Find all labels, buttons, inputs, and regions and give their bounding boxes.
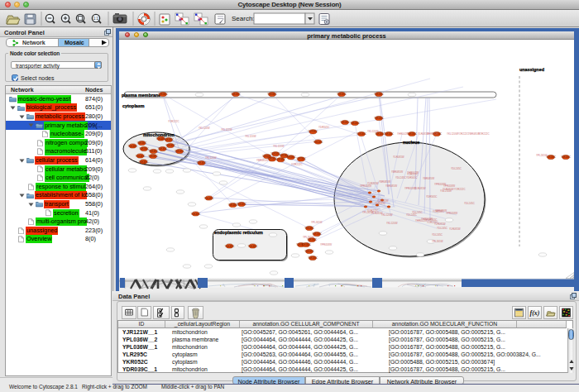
svg-text:YDR345C: YDR345C [546, 155, 556, 159]
svg-text:mitochondrion: mitochondrion [143, 132, 175, 137]
svg-text:YHR002W: YHR002W [407, 171, 419, 174]
svg-text:YDL245C: YDL245C [432, 233, 443, 237]
svg-text:YPR058W: YPR058W [320, 243, 332, 246]
svg-text:YDR345C: YDR345C [286, 155, 296, 159]
svg-text:YDR345C: YDR345C [158, 147, 168, 151]
svg-text:YLR081W: YLR081W [367, 182, 379, 185]
svg-text:YLR081W: YLR081W [434, 222, 446, 226]
svg-text:YDR345C: YDR345C [267, 93, 277, 96]
svg-text:YDR345C: YDR345C [356, 132, 366, 136]
svg-text:YDR345C: YDR345C [308, 256, 318, 260]
svg-text:YKL120W: YKL120W [245, 135, 256, 138]
svg-text:YBR085W: YBR085W [423, 177, 434, 180]
svg-text:endoplasmic reticulum: endoplasmic reticulum [214, 230, 263, 235]
svg-text:YHR002W: YHR002W [397, 132, 409, 136]
svg-text:YDR345C: YDR345C [204, 197, 214, 200]
svg-text:f(x): f(x) [530, 309, 540, 317]
svg-text:YKL120W: YKL120W [205, 156, 217, 160]
svg-text:YKL120W: YKL120W [199, 127, 210, 130]
svg-text:YBR085W: YBR085W [391, 170, 403, 174]
svg-text:YDR345C: YDR345C [340, 121, 350, 124]
svg-text:YDR345C: YDR345C [275, 158, 285, 161]
svg-text:YDR345C: YDR345C [309, 130, 318, 133]
svg-text:YKL120W: YKL120W [447, 132, 458, 136]
svg-text:YLR081W: YLR081W [449, 227, 461, 231]
svg-text:YDR345C: YDR345C [137, 141, 147, 145]
svg-text:Search:: Search: [232, 15, 255, 22]
svg-text:YDR345C: YDR345C [128, 145, 138, 148]
svg-text:YOR222C: YOR222C [433, 210, 445, 213]
svg-text:YPL265W: YPL265W [432, 240, 443, 243]
svg-text:YDR345C: YDR345C [296, 157, 306, 160]
svg-text:YDR345C: YDR345C [164, 138, 174, 141]
svg-text:YKL120W: YKL120W [381, 213, 393, 217]
svg-text:YOR222C: YOR222C [168, 120, 180, 123]
svg-text:YDR345C: YDR345C [136, 155, 146, 158]
svg-text:YBR085W: YBR085W [256, 159, 268, 162]
svg-text:YPR058W: YPR058W [404, 187, 416, 190]
svg-text:YKL120W: YKL120W [367, 130, 379, 133]
svg-text:YPR058W: YPR058W [446, 212, 457, 215]
svg-text:unassigned: unassigned [519, 67, 544, 72]
svg-text:YDR345C: YDR345C [313, 141, 323, 144]
svg-text:YDR345C: YDR345C [191, 213, 201, 216]
svg-text:YBR085W: YBR085W [379, 180, 390, 184]
svg-text:YDR345C: YDR345C [301, 243, 311, 246]
svg-text:YDR345C: YDR345C [374, 93, 384, 96]
svg-text:YDR345C: YDR345C [426, 195, 438, 198]
svg-text:YLR081W: YLR081W [393, 155, 404, 159]
svg-text:YDR345C: YDR345C [237, 203, 246, 206]
svg-text:YKL120W: YKL120W [221, 128, 232, 131]
svg-text:YBR085W: YBR085W [385, 184, 397, 188]
svg-text:YDL245C: YDL245C [437, 227, 448, 230]
svg-text:YDR345C: YDR345C [139, 160, 149, 164]
svg-text:YDR345C: YDR345C [231, 93, 241, 96]
svg-text:YDR345C: YDR345C [374, 117, 384, 120]
svg-text:YGL255W: YGL255W [440, 189, 452, 193]
svg-text:YDR345C: YDR345C [375, 202, 386, 205]
svg-text:YDL245C: YDL245C [464, 202, 476, 205]
svg-text:YDR345C: YDR345C [304, 227, 314, 230]
svg-text:YDR345C: YDR345C [350, 122, 360, 125]
svg-text:YDR345C: YDR345C [267, 157, 277, 160]
svg-text:YPL265W: YPL265W [536, 154, 548, 157]
svg-text:YDR345C: YDR345C [197, 161, 207, 165]
svg-text:YDL245C: YDL245C [451, 167, 462, 170]
svg-text:nucleus: nucleus [403, 140, 419, 145]
svg-text:YOR222C: YOR222C [478, 132, 490, 136]
svg-text:YPL265W: YPL265W [311, 221, 323, 224]
svg-text:plasma membrane: plasma membrane [122, 93, 160, 98]
svg-text:YDR345C: YDR345C [248, 245, 258, 248]
svg-text:YDR345C: YDR345C [561, 155, 571, 159]
svg-text:YDR345C: YDR345C [175, 150, 184, 153]
svg-text:YOR222C: YOR222C [291, 163, 304, 166]
svg-text:YOR222C: YOR222C [454, 188, 467, 191]
svg-text:YDR345C: YDR345C [139, 147, 149, 151]
svg-text:YDR345C: YDR345C [148, 155, 158, 158]
svg-text:YDR345C: YDR345C [165, 144, 175, 147]
svg-text:YHR002W: YHR002W [421, 218, 433, 221]
svg-text:1:1: 1:1 [93, 17, 99, 21]
svg-text:YDR345C: YDR345C [384, 132, 394, 136]
svg-text:YHR002W: YHR002W [427, 132, 438, 136]
svg-text:YDR345C: YDR345C [406, 176, 418, 179]
svg-text:YPL265W: YPL265W [303, 236, 314, 239]
svg-text:YKL120W: YKL120W [273, 145, 285, 148]
svg-text:YKL120W: YKL120W [386, 222, 398, 225]
svg-text:YDR345C: YDR345C [304, 250, 314, 253]
svg-text:YDR345C: YDR345C [158, 93, 168, 96]
svg-text:YDL245C: YDL245C [412, 211, 423, 214]
svg-text:YDR345C: YDR345C [318, 126, 330, 129]
svg-text:cytoplasm: cytoplasm [122, 103, 145, 108]
svg-text:YDR345C: YDR345C [337, 93, 347, 96]
svg-text:YLR081W: YLR081W [414, 187, 426, 190]
svg-text:YDL245C: YDL245C [395, 176, 407, 179]
svg-text:YDR345C: YDR345C [225, 245, 235, 248]
